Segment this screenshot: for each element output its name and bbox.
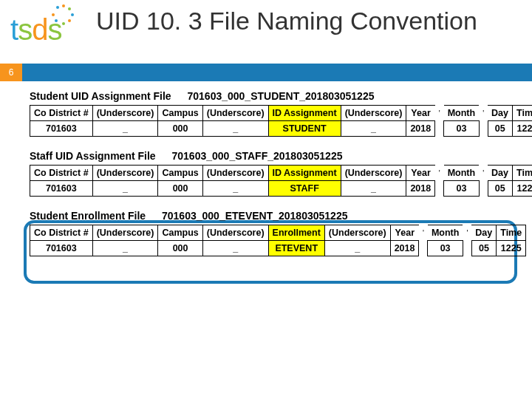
cell-value: _	[92, 121, 158, 137]
col-header: Day	[488, 166, 512, 181]
cell-value: ETEVENT	[268, 241, 324, 256]
cell-value: 2018	[390, 241, 419, 256]
section-title: Student Enrollment File 701603_000_ETEVE…	[30, 210, 517, 222]
cell-value: _	[324, 241, 390, 256]
col-header: Year	[390, 225, 419, 241]
col-header: ID Assignment	[268, 166, 341, 181]
col-header: Time	[497, 225, 526, 241]
col-header: Year	[406, 166, 435, 181]
cell-value: STAFF	[268, 181, 341, 197]
slide: tsds UID 10. 3 File Naming Convention 6 …	[0, 0, 532, 399]
content: Student UID Assignment File 701603_000_S…	[30, 90, 517, 270]
tick-mark: '	[463, 225, 471, 241]
logo-letter: t	[10, 13, 18, 46]
col-header: ID Assignment	[268, 106, 341, 121]
cell-value: 000	[158, 121, 202, 137]
cell-value: _	[202, 181, 268, 197]
col-header: Time	[513, 166, 533, 181]
col-header: Enrollment	[268, 225, 324, 241]
slide-number: 6	[0, 64, 22, 81]
cell-value: 2018	[406, 121, 435, 137]
col-header: Year	[406, 106, 435, 121]
cell-value: STUDENT	[268, 121, 341, 137]
section-title: Staff UID Assignment File 701603_000_STA…	[30, 150, 517, 162]
col-header: Co District #	[30, 225, 93, 241]
cell-value: 000	[158, 181, 202, 197]
cell-value: 1225	[513, 181, 533, 197]
cell-value: _	[202, 121, 268, 137]
cell-value: 03	[428, 241, 463, 256]
cell-value: _	[202, 241, 268, 256]
section-title: Student UID Assignment File 701603_000_S…	[30, 90, 517, 102]
filename-example: 701603_000_STUDENT_201803051225	[188, 90, 375, 102]
tick-mark: '	[435, 106, 444, 121]
col-header: Co District #	[30, 106, 93, 121]
cell-value: 701603	[30, 121, 93, 137]
cell-value: 05	[488, 121, 512, 137]
cell-value: 701603	[30, 181, 93, 197]
header-bar	[22, 64, 532, 81]
col-header: Month	[444, 166, 479, 181]
tick-mark: '	[435, 166, 444, 181]
naming-table: Co District # (Underscore) Campus (Under…	[30, 165, 532, 197]
cell-value: 03	[444, 181, 479, 197]
col-header: (Underscore)	[202, 225, 268, 241]
cell-value: 1225	[497, 241, 526, 256]
col-header: Campus	[158, 106, 202, 121]
cell-value: _	[92, 241, 158, 256]
file-type-label: Student Enrollment File	[30, 210, 146, 222]
cell-value: 2018	[406, 181, 435, 197]
naming-table: Co District # (Underscore) Campus (Under…	[30, 105, 532, 137]
col-header: Campus	[158, 225, 202, 241]
tick-mark: '	[479, 166, 488, 181]
col-header: Day	[471, 225, 496, 241]
col-header: (Underscore)	[202, 166, 268, 181]
file-type-label: Staff UID Assignment File	[30, 150, 156, 162]
col-header: (Underscore)	[341, 166, 406, 181]
naming-table: Co District # (Underscore) Campus (Under…	[30, 225, 526, 256]
col-header: (Underscore)	[92, 225, 158, 241]
cell-value: _	[341, 121, 406, 137]
cell-value: 05	[471, 241, 496, 256]
col-header: (Underscore)	[202, 106, 268, 121]
col-header: Co District #	[30, 166, 93, 181]
logo-text: tsds	[10, 13, 61, 47]
tick-mark: '	[419, 225, 428, 241]
col-header: (Underscore)	[92, 166, 158, 181]
col-header: Time	[513, 106, 533, 121]
cell-value: 05	[488, 181, 512, 197]
col-header: (Underscore)	[92, 106, 158, 121]
cell-value: 1225	[513, 121, 533, 137]
logo-letter: s	[18, 13, 32, 46]
page-title: UID 10. 3 File Naming Convention	[96, 7, 477, 35]
cell-value: 000	[158, 241, 202, 256]
col-header: Month	[444, 106, 479, 121]
col-header: Month	[428, 225, 463, 241]
col-header: (Underscore)	[341, 106, 406, 121]
filename-example: 701603_000_STAFF_201803051225	[172, 150, 343, 162]
cell-value: 03	[444, 121, 479, 137]
logo-letter: s	[47, 13, 61, 46]
col-header: Campus	[158, 166, 202, 181]
cell-value: _	[341, 181, 406, 197]
filename-example: 701603_000_ETEVENT_201803051225	[162, 210, 347, 222]
logo-letter: d	[32, 13, 47, 46]
cell-value: 701603	[30, 241, 93, 256]
col-header: Day	[488, 106, 512, 121]
cell-value: _	[92, 181, 158, 197]
col-header: (Underscore)	[324, 225, 390, 241]
tick-mark: '	[479, 106, 488, 121]
file-type-label: Student UID Assignment File	[30, 90, 171, 102]
